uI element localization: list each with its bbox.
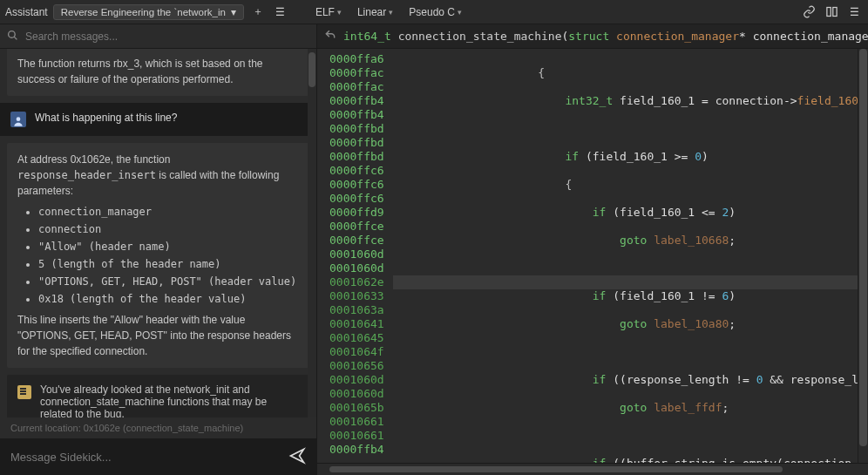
fn-sig-text: int64_t connection_state_machine(struct … — [343, 30, 868, 43]
note-icon — [17, 385, 31, 399]
link-icon[interactable] — [800, 3, 817, 21]
session-title: Reverse Engineering the `network_in — [61, 7, 226, 17]
scrollbar-thumb[interactable] — [859, 49, 867, 446]
list-item: 0x18 (length of the header value) — [38, 291, 299, 307]
chevron-down-icon: ▾ — [337, 8, 342, 17]
format-label: ELF — [315, 6, 335, 18]
function-signature-bar: int64_t connection_state_machine(struct … — [317, 24, 868, 49]
new-session-button[interactable]: ＋ — [249, 3, 267, 21]
code-body: { int32_t field_160_1 = connection->fiel… — [393, 49, 868, 463]
chevron-down-icon: ▾ — [231, 6, 236, 18]
chat-history: The function returns rbx_3, which is set… — [0, 49, 316, 417]
svg-rect-0 — [826, 8, 830, 17]
composer — [0, 438, 316, 475]
list-item: connection — [38, 221, 299, 237]
disassembly-view[interactable]: 0000ffa6 0000ffac 0000ffac 0000ffb4 0000… — [317, 49, 868, 463]
code-panel: int64_t connection_state_machine(struct … — [317, 24, 868, 475]
session-dropdown[interactable]: Reverse Engineering the `network_in ▾ — [53, 4, 244, 20]
hamburger-menu-icon[interactable]: ☰ — [272, 3, 289, 21]
list-item: connection_manager — [38, 204, 299, 220]
code-scrollbar-vertical[interactable] — [858, 49, 868, 463]
search-bar — [0, 24, 316, 49]
chevron-down-icon: ▾ — [458, 8, 462, 17]
svg-point-4 — [17, 117, 21, 121]
location-bar: Current location: 0x1062e (connection_st… — [0, 417, 316, 438]
lang-label: Pseudo C — [409, 6, 455, 18]
search-input[interactable] — [25, 31, 309, 43]
format-menu[interactable]: ELF ▾ — [310, 4, 347, 20]
lang-menu[interactable]: Pseudo C ▾ — [403, 4, 467, 20]
address-gutter: 0000ffa6 0000ffac 0000ffac 0000ffb4 0000… — [317, 49, 393, 463]
msg-intro-fn: response_header_insert — [17, 169, 156, 181]
view-label: Linear — [357, 6, 386, 18]
assistant-message: At address 0x1062e, the function respons… — [7, 143, 309, 368]
back-icon[interactable] — [324, 29, 336, 44]
assistant-title: Assistant — [5, 6, 48, 18]
message-input[interactable] — [10, 451, 280, 464]
context-note: You've already looked at the network_ini… — [7, 375, 309, 417]
code-scrollbar-horizontal[interactable] — [317, 463, 868, 475]
list-item: "Allow" (header name) — [38, 239, 299, 254]
split-view-icon[interactable] — [823, 3, 840, 21]
msg-intro-a: At address 0x1062e, the function — [17, 153, 170, 166]
top-toolbar: Assistant Reverse Engineering the `netwo… — [0, 0, 868, 24]
msg-outro: This line inserts the "Allow" header wit… — [17, 314, 291, 357]
assistant-message: The function returns rbx_3, which is set… — [7, 49, 309, 96]
search-icon — [7, 30, 18, 44]
svg-line-3 — [14, 37, 17, 39]
chevron-down-icon: ▾ — [389, 8, 393, 17]
assistant-panel: The function returns rbx_3, which is set… — [0, 24, 317, 475]
scrollbar-thumb[interactable] — [309, 52, 315, 87]
svg-point-2 — [9, 31, 16, 37]
user-message: What is happening at this line? — [0, 103, 316, 136]
list-item: 5 (length of the header name) — [38, 256, 299, 272]
scrollbar-thumb[interactable] — [329, 466, 783, 472]
message-text: What is happening at this line? — [35, 112, 177, 124]
user-avatar-icon — [10, 112, 26, 127]
more-menu-icon[interactable]: ☰ — [845, 3, 863, 21]
view-menu[interactable]: Linear ▾ — [352, 4, 398, 20]
message-text: The function returns rbx_3, which is set… — [17, 58, 263, 85]
send-icon[interactable] — [288, 447, 306, 467]
list-item: "OPTIONS, GET, HEAD, POST" (header value… — [38, 274, 299, 289]
selected-address: 0001062e — [329, 275, 384, 289]
chat-scrollbar[interactable] — [308, 49, 316, 417]
svg-rect-1 — [832, 8, 836, 17]
param-list: connection_manager connection "Allow" (h… — [38, 204, 299, 307]
note-text: You've already looked at the network_ini… — [40, 383, 299, 417]
